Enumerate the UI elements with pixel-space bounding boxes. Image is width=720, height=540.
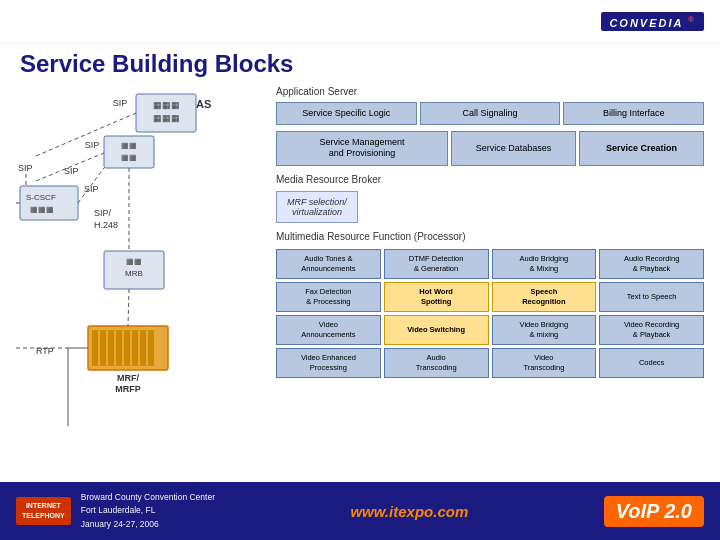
website-label: www.itexpo.com — [350, 503, 468, 520]
svg-text:▦▦: ▦▦ — [126, 257, 142, 266]
event-info: Broward County Convention Center Fort La… — [81, 491, 215, 532]
svg-rect-12 — [20, 186, 78, 220]
mrf-cell-dtmf: DTMF Detection & Generation — [384, 249, 489, 279]
service-specific-logic-block: Service Specific Logic — [276, 102, 417, 125]
bottom-left-section: INTERNET TELEPHONY Broward County Conven… — [16, 491, 215, 532]
mrf-cell-hot-word: Hot Word Spotting — [384, 282, 489, 312]
mrf-cell-speech-recognition: Speech Recognition — [492, 282, 597, 312]
mrf-cell-audio-recording: Audio Recording & Playback — [599, 249, 704, 279]
service-management-block: Service Management and Provisioning — [276, 131, 448, 166]
svg-text:SIP: SIP — [18, 163, 33, 173]
mrf-cell-video-bridging: Video Bridging & mixing — [492, 315, 597, 345]
svg-text:SIP: SIP — [64, 166, 79, 176]
app-server-row1: Service Specific Logic Call Signaling Bi… — [276, 102, 704, 125]
mrf-cell-audio-bridging: Audio Bridging & Mixing — [492, 249, 597, 279]
app-server-row2: Service Management and Provisioning Serv… — [276, 131, 704, 166]
mrf-cell-fax: Fax Detection & Processing — [276, 282, 381, 312]
mrf-cell-codecs: Codecs — [599, 348, 704, 378]
svg-rect-31 — [124, 330, 130, 366]
right-blocks: Application Server Service Specific Logi… — [276, 86, 704, 482]
svg-text:▦▦▦: ▦▦▦ — [153, 100, 180, 110]
mrf-grid: Audio Tones & Announcements DTMF Detecti… — [276, 249, 704, 378]
mrf-cell-video-recording: Video Recording & Playback — [599, 315, 704, 345]
svg-text:▦▦▦: ▦▦▦ — [153, 113, 180, 123]
telephony-badge: INTERNET TELEPHONY — [16, 497, 71, 525]
svg-line-37 — [128, 289, 129, 326]
svg-rect-29 — [108, 330, 114, 366]
mrf-cell-video-switching: Video Switching — [384, 315, 489, 345]
main-layout: ▦▦▦ ▦▦▦ AS SIP ▦▦ ▦▦ SIP SIP S-CSCF ▦▦▦ … — [0, 82, 720, 482]
svg-text:S-CSCF: S-CSCF — [26, 193, 56, 202]
convedia-logo: CONVEDIA ® — [601, 12, 704, 32]
mrf-cell-tts: Text to Speech — [599, 282, 704, 312]
media-broker-label: Media Resource Broker — [276, 174, 704, 185]
mrf-cell-audio-transcoding: Audio Transcoding — [384, 348, 489, 378]
header: CONVEDIA ® — [0, 0, 720, 44]
svg-rect-28 — [100, 330, 106, 366]
svg-text:SIP/: SIP/ — [94, 208, 112, 218]
network-svg: ▦▦▦ ▦▦▦ AS SIP ▦▦ ▦▦ SIP SIP S-CSCF ▦▦▦ … — [16, 86, 266, 446]
svg-text:H.248: H.248 — [94, 220, 118, 230]
network-diagram: ▦▦▦ ▦▦▦ AS SIP ▦▦ ▦▦ SIP SIP S-CSCF ▦▦▦ … — [16, 86, 266, 482]
billing-interface-block: Billing Interface — [563, 102, 704, 125]
svg-text:MRFP: MRFP — [115, 384, 141, 394]
mrf-cell-video-transcoding: Video Transcoding — [492, 348, 597, 378]
service-databases-block: Service Databases — [451, 131, 576, 166]
bottom-bar: INTERNET TELEPHONY Broward County Conven… — [0, 482, 720, 540]
mrf-label: Multimedia Resource Function (Processor) — [276, 231, 704, 242]
voip-badge: VoIP 2.0 — [604, 496, 704, 527]
svg-text:MRB: MRB — [125, 269, 143, 278]
page-title: Service Building Blocks — [20, 50, 700, 78]
svg-text:SIP: SIP — [113, 98, 128, 108]
svg-rect-32 — [132, 330, 138, 366]
mrf-cell-video-enhanced: Video Enhanced Processing — [276, 348, 381, 378]
svg-rect-34 — [148, 330, 154, 366]
mrf-cell-video-ann: Video Announcements — [276, 315, 381, 345]
mrf-cell-audio-tones: Audio Tones & Announcements — [276, 249, 381, 279]
svg-text:SIP: SIP — [84, 184, 99, 194]
service-creation-block: Service Creation — [579, 131, 704, 166]
svg-text:▦▦: ▦▦ — [121, 141, 137, 150]
page-title-container: Service Building Blocks — [0, 44, 720, 82]
svg-text:MRF/: MRF/ — [117, 373, 139, 383]
svg-rect-33 — [140, 330, 146, 366]
svg-text:▦▦: ▦▦ — [121, 153, 137, 162]
svg-text:▦▦▦: ▦▦▦ — [30, 205, 54, 214]
mrb-box: MRF selection/ virtualization — [276, 191, 358, 223]
app-server-label: Application Server — [276, 86, 704, 97]
svg-text:SIP: SIP — [85, 140, 100, 150]
svg-rect-27 — [92, 330, 98, 366]
svg-text:AS: AS — [196, 98, 211, 110]
svg-rect-30 — [116, 330, 122, 366]
call-signaling-block: Call Signaling — [420, 102, 561, 125]
